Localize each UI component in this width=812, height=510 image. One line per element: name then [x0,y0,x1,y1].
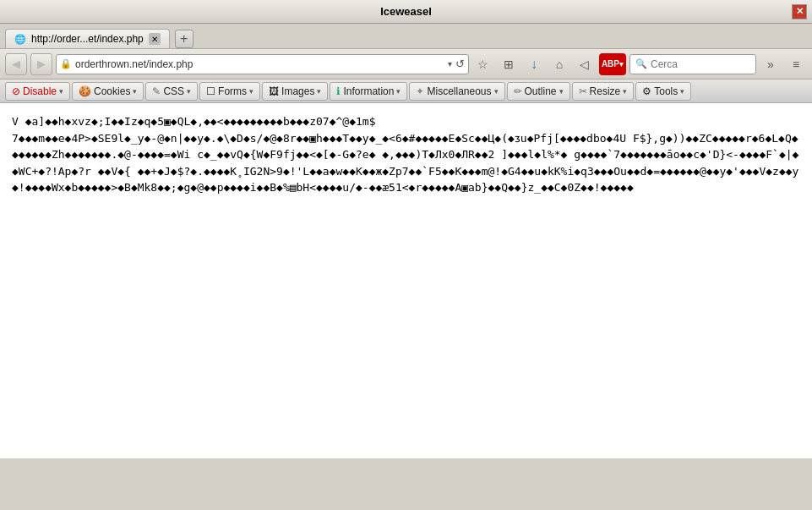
css-arrow: ▾ [187,87,191,96]
close-button[interactable]: ✕ [792,4,807,19]
css-button[interactable]: ✎ CSS ▾ [145,82,198,101]
menu-icon: ≡ [793,58,799,71]
disable-label: Disable [23,85,57,97]
more-button[interactable]: » [760,53,782,75]
info-icon: ℹ [336,85,341,97]
miscellaneous-button[interactable]: ✦ Miscellaneous ▾ [409,82,504,101]
images-label: Images [281,85,314,97]
tabbar: 🌐 http://order...et/index.php ✕ + [0,24,812,49]
resize-button[interactable]: ✂ Resize ▾ [572,82,635,101]
download-button[interactable]: ↓ [523,53,545,75]
back-icon: ◀ [12,58,20,70]
cookies-label: Cookies [94,85,130,97]
disable-arrow: ▾ [59,87,63,96]
cookies-button[interactable]: 🍪 Cookies ▾ [72,82,144,101]
css-label: CSS [163,85,184,97]
abp-dropdown: ▾ [619,60,624,69]
search-icon: 🔍 [635,58,647,69]
resize-label: Resize [590,85,621,97]
css-icon: ✎ [152,85,161,97]
web-developer-toolbar: ⊘ Disable ▾ 🍪 Cookies ▾ ✎ CSS ▾ ☐ Forms … [0,80,812,103]
back-nav-button[interactable]: ◁ [574,53,596,75]
navbar: ◀ ▶ 🔒 ▾ ↺ ☆ ⊞ ↓ ⌂ ◁ ABP ▾ 🔍 » ≡ [0,49,812,80]
tools-icon: ⚙ [642,85,651,97]
search-bar: 🔍 [629,54,756,74]
outline-button[interactable]: ✏ Outline ▾ [507,82,570,101]
titlebar-title: Iceweasel [20,5,792,18]
misc-label: Miscellaneous [427,85,491,97]
url-input[interactable] [75,58,444,70]
home-icon: ⌂ [556,58,563,71]
tab-favicon: 🌐 [14,34,26,45]
menu-button[interactable]: ≡ [785,53,807,75]
url-favicon: 🔒 [60,58,72,70]
information-button[interactable]: ℹ Information ▾ [330,82,407,101]
abp-icon: ABP [602,59,619,69]
back-nav-icon: ◁ [580,58,589,71]
forms-icon: ☐ [206,85,215,97]
history-button[interactable]: ⊞ [498,53,520,75]
tools-arrow: ▾ [680,87,684,96]
resize-arrow: ▾ [623,87,627,96]
disable-button[interactable]: ⊘ Disable ▾ [5,82,70,101]
history-icon: ⊞ [504,58,514,71]
url-dropdown-icon[interactable]: ▾ [448,59,452,69]
download-icon: ↓ [531,57,537,72]
images-button[interactable]: 🖼 Images ▾ [262,82,328,101]
reload-button[interactable]: ↺ [455,58,465,70]
outline-arrow: ▾ [559,87,564,96]
tools-button[interactable]: ⚙ Tools ▾ [635,82,691,101]
tab-label: http://order...et/index.php [31,33,144,45]
back-button[interactable]: ◀ [5,53,27,75]
new-tab-button[interactable]: + [175,30,193,48]
home-button[interactable]: ⌂ [548,53,570,75]
images-arrow: ▾ [317,87,321,96]
info-arrow: ▾ [396,87,401,96]
titlebar: Iceweasel ✕ [0,0,812,24]
resize-icon: ✂ [579,85,587,97]
forms-arrow: ▾ [249,87,253,96]
url-bar: 🔒 ▾ ↺ [56,54,469,74]
forms-label: Forms [218,85,247,97]
more-icon: » [767,58,774,71]
page-content: V ◆a]◆◆h◆xvz◆;I◆◆Iz◆q◆5▣◆QL◆,◆◆<◆◆◆◆◆◆◆◆… [0,103,812,458]
cookies-icon: 🍪 [79,85,91,97]
tools-label: Tools [654,85,678,97]
misc-icon: ✦ [416,85,424,97]
active-tab[interactable]: 🌐 http://order...et/index.php ✕ [5,29,170,48]
forms-button[interactable]: ☐ Forms ▾ [199,82,260,101]
abp-button[interactable]: ABP ▾ [599,53,626,75]
forward-button[interactable]: ▶ [30,53,52,75]
bookmark-button[interactable]: ☆ [472,53,494,75]
outline-label: Outline [525,85,557,97]
search-input[interactable] [651,58,750,70]
tab-close-button[interactable]: ✕ [149,33,161,45]
cookies-arrow: ▾ [133,87,137,96]
misc-arrow: ▾ [494,87,499,96]
information-label: Information [343,85,394,97]
images-icon: 🖼 [269,85,279,97]
page-text: V ◆a]◆◆h◆xvz◆;I◆◆Iz◆q◆5▣◆QL◆,◆◆<◆◆◆◆◆◆◆◆… [12,113,800,196]
bookmark-icon: ☆ [477,58,488,71]
disable-icon: ⊘ [12,85,20,97]
outline-icon: ✏ [514,85,522,97]
forward-icon: ▶ [37,58,46,70]
